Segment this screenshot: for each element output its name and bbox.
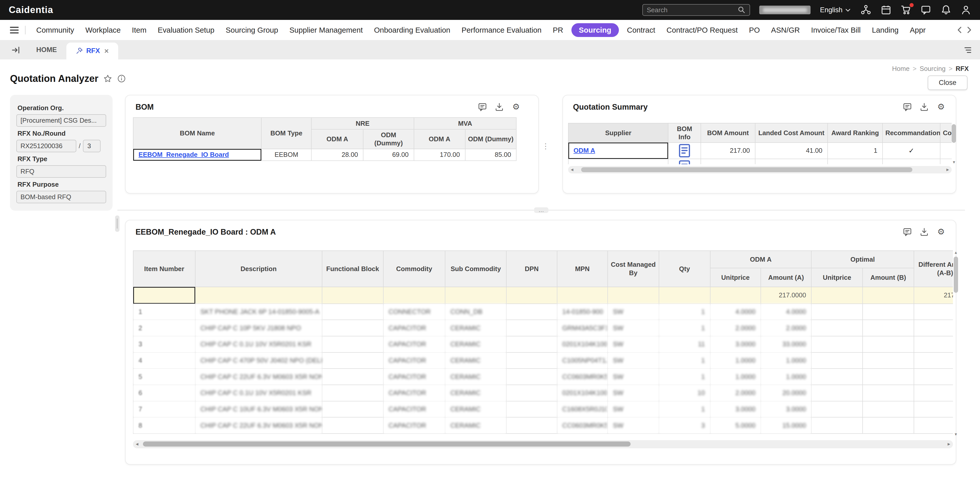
quotation-vscrollbar[interactable]: ▼ — [951, 123, 957, 164]
hamburger-menu-icon[interactable] — [9, 24, 20, 36]
breadcrumb-home[interactable]: Home — [892, 65, 910, 72]
cell-cost-managed-by[interactable]: SW — [608, 352, 659, 369]
tab-close-icon[interactable]: × — [104, 47, 109, 55]
chat-icon[interactable] — [921, 5, 931, 15]
cell-qty[interactable]: 1 — [659, 352, 710, 369]
cell-functional-block[interactable] — [322, 336, 383, 352]
cell-mpn[interactable]: 0201X104K100 — [557, 336, 608, 352]
cell-recommendation[interactable]: ✓ — [883, 159, 940, 164]
cell-amount-a[interactable]: 2.0000 — [761, 320, 811, 336]
cell-functional-block[interactable] — [322, 385, 383, 401]
feedback-icon[interactable] — [903, 227, 912, 237]
nav-item-asn-gr[interactable]: ASN/GR — [765, 26, 805, 35]
cell-comment[interactable] — [940, 143, 952, 159]
supplier-link-odm-dummy[interactable]: ODM (Dummy) — [573, 163, 619, 164]
cell-item-number[interactable] — [133, 287, 195, 304]
cell-qty[interactable] — [659, 287, 710, 304]
user-icon[interactable] — [961, 5, 971, 15]
nav-item-landing[interactable]: Landing — [866, 26, 904, 35]
scroll-left-arrow[interactable]: ◄ — [133, 441, 141, 447]
cell-cost-managed-by[interactable]: SW — [608, 304, 659, 320]
nav-scroll-left-icon[interactable] — [955, 25, 964, 35]
col-sub-commodity[interactable]: Sub Commodity — [445, 251, 506, 287]
cell-functional-block[interactable] — [322, 401, 383, 417]
scroll-down-arrow[interactable]: ▼ — [953, 432, 959, 436]
rfx-round-field[interactable]: 3 — [83, 140, 100, 152]
cell-sub-commodity[interactable]: CERAMIC — [445, 320, 506, 336]
cell-unitprice-b[interactable] — [811, 336, 862, 352]
cell-bom-name[interactable]: EEBOM_Renegade_IO Board — [133, 149, 261, 161]
cell-amount-a[interactable]: 4.0000 — [761, 304, 811, 320]
cell-commodity[interactable]: CONNECTOR — [383, 304, 445, 320]
left-panel-collapse-handle[interactable] — [115, 216, 119, 232]
cell-nre-odm-a[interactable]: 28.00 — [311, 149, 363, 161]
cell-supplier[interactable]: ODM A — [568, 143, 668, 159]
cell-qty[interactable]: 10 — [659, 385, 710, 401]
cell-mpn[interactable]: C1005NP04T1J — [557, 352, 608, 369]
cell-dpn[interactable] — [506, 368, 557, 385]
cell-bom-amount[interactable]: 217.00 — [701, 143, 755, 159]
cell-amount-a[interactable]: 1.0000 — [761, 352, 811, 369]
cell-qty[interactable]: 1 — [659, 368, 710, 385]
cell-functional-block[interactable] — [322, 304, 383, 320]
cell-landed-cost[interactable]: 75.00 — [755, 159, 828, 164]
col-bom-info[interactable]: BOM Info — [668, 123, 700, 143]
cell-description[interactable]: CHIP CAP C 22UF 6.3V M0603 X5R NON- — [195, 368, 322, 385]
quotation-hscrollbar[interactable]: ◄ ► — [568, 166, 952, 173]
search-input[interactable] — [647, 6, 738, 14]
cell-mva-odm-a[interactable]: 170.00 — [414, 149, 465, 161]
cell-commodity[interactable]: CAPACITOR — [383, 352, 445, 369]
cell-amount-b[interactable] — [862, 336, 914, 352]
cell-qty[interactable]: 1 — [659, 320, 710, 336]
calendar-icon[interactable] — [881, 5, 891, 15]
col-award-ranking[interactable]: Award Ranking — [828, 123, 883, 143]
breadcrumb-sourcing[interactable]: Sourcing — [920, 65, 945, 72]
cell-commodity[interactable]: CAPACITOR — [383, 320, 445, 336]
cell-description[interactable]: CHIP CAP C 470P 50V J0402 NPO (DELL) — [195, 352, 322, 369]
cell-no[interactable]: 6 — [133, 385, 195, 401]
cell-amount-a[interactable]: 3.0000 — [761, 401, 811, 417]
download-icon[interactable] — [920, 102, 929, 112]
cell-unitprice-b[interactable] — [811, 385, 862, 401]
cell-no[interactable]: 8 — [133, 417, 195, 434]
cell-different-amount[interactable] — [914, 320, 953, 336]
cell-bom-info[interactable] — [668, 143, 700, 159]
cell-description[interactable] — [195, 287, 322, 304]
col-mpn[interactable]: MPN — [557, 251, 608, 287]
cell-different-amount[interactable] — [914, 385, 953, 401]
feedback-icon[interactable] — [903, 102, 912, 112]
cell-functional-block[interactable] — [322, 320, 383, 336]
nav-item-sourcing[interactable]: Sourcing — [571, 23, 619, 37]
nav-item-sourcing-group[interactable]: Sourcing Group — [220, 26, 284, 35]
cell-qty[interactable]: 3 — [659, 417, 710, 434]
download-icon[interactable] — [495, 102, 504, 112]
col-cost-managed-by[interactable]: Cost Managed By — [608, 251, 659, 287]
feedback-icon[interactable] — [478, 102, 487, 112]
cell-total-amount-a[interactable]: 217.0000 — [761, 287, 811, 304]
cell-landed-cost[interactable]: 41.00 — [755, 143, 828, 159]
col-recommendation[interactable]: Recommandation — [883, 123, 940, 143]
nav-scroll-right-icon[interactable] — [964, 25, 974, 35]
cell-mpn[interactable]: C1608X5R0J10 — [557, 401, 608, 417]
cell-no[interactable]: 4 — [133, 352, 195, 369]
cell-bom-type[interactable]: EEBOM — [261, 149, 311, 161]
nav-item-onboarding-evaluation[interactable]: Onboarding Evaluation — [368, 26, 456, 35]
cell-supplier[interactable]: ODM (Dummy) — [568, 159, 668, 164]
close-button[interactable]: Close — [928, 76, 967, 90]
panel-splitter-vertical[interactable]: ⋮ — [541, 139, 550, 153]
app-logo[interactable]: Caidentia — [9, 5, 53, 15]
col-comment[interactable]: Co — [940, 123, 952, 143]
cell-dpn[interactable] — [506, 417, 557, 434]
cell-amount-b[interactable] — [862, 287, 914, 304]
cell-unitprice-b[interactable] — [811, 320, 862, 336]
operation-org-field[interactable]: [Procurement] CSG Des... — [16, 114, 107, 127]
cell-commodity[interactable] — [383, 287, 445, 304]
horizontal-splitter[interactable]: … — [118, 210, 965, 210]
cell-sub-commodity[interactable]: CONN_DB — [445, 304, 506, 320]
scroll-right-arrow[interactable]: ► — [944, 167, 952, 173]
cell-amount-b[interactable] — [862, 385, 914, 401]
nav-item-contract-po-request[interactable]: Contract/PO Request — [661, 26, 743, 35]
cell-unitprice-a[interactable]: 1.0000 — [710, 352, 761, 369]
cell-qty[interactable]: 11 — [659, 336, 710, 352]
cell-no[interactable]: 2 — [133, 320, 195, 336]
